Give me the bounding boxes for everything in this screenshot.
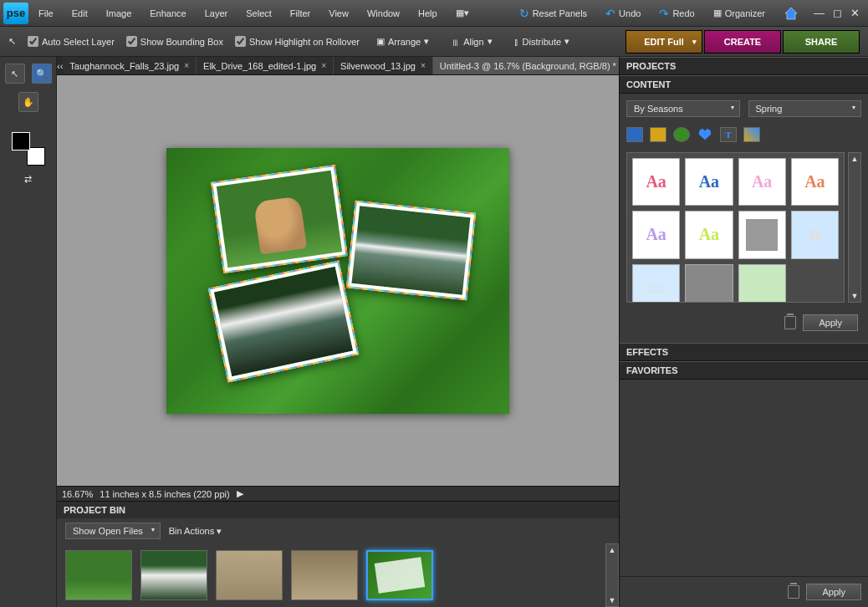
maximize-button[interactable]: ◻ bbox=[833, 7, 842, 19]
content-category-select[interactable]: By Seasons bbox=[626, 100, 740, 117]
frame-icon[interactable] bbox=[650, 127, 666, 142]
graphic-icon[interactable] bbox=[673, 127, 690, 142]
content-item[interactable] bbox=[738, 264, 786, 304]
bin-actions-dropdown[interactable]: Bin Actions ▾ bbox=[169, 526, 222, 537]
zoom-level[interactable]: 16.67% bbox=[62, 489, 93, 499]
content-subcategory-select[interactable]: Spring bbox=[748, 100, 862, 117]
close-icon[interactable]: × bbox=[421, 61, 426, 70]
menu-window[interactable]: Window bbox=[359, 3, 408, 23]
doc-tab-1[interactable]: Elk_Drive_168_edited-1.jpg× bbox=[197, 57, 334, 74]
projects-panel-tab[interactable]: PROJECTS bbox=[620, 57, 868, 75]
home-button[interactable] bbox=[779, 3, 804, 24]
menu-edit[interactable]: Edit bbox=[64, 3, 96, 23]
collage-photo-2[interactable] bbox=[346, 200, 476, 300]
content-grid: Aa Aa Aa Aa Aa Aa ✿ ▭ bbox=[626, 152, 845, 303]
close-icon[interactable]: × bbox=[321, 61, 326, 70]
menu-file[interactable]: File bbox=[30, 3, 62, 23]
collage-photo-3[interactable] bbox=[208, 260, 359, 382]
align-dropdown[interactable]: ⫼Align ▾ bbox=[446, 33, 497, 49]
effects-panel-tab[interactable]: EFFECTS bbox=[620, 343, 868, 361]
undo-icon: ↶ bbox=[605, 7, 615, 20]
content-item[interactable]: Aa bbox=[685, 158, 733, 206]
content-panel-body: By Seasons Spring T Aa Aa Aa Aa Aa Aa bbox=[620, 94, 868, 343]
project-bin-header[interactable]: PROJECT BIN bbox=[57, 502, 619, 518]
status-bar: 16.67% 11 inches x 8.5 inches (220 ppi) … bbox=[57, 486, 619, 501]
close-button[interactable]: ✕ bbox=[850, 7, 860, 19]
menu-help[interactable]: Help bbox=[410, 3, 446, 23]
move-tool[interactable]: ↖ bbox=[5, 64, 25, 84]
toolbox: ↖ 🔍 ✋ ⇄ bbox=[0, 57, 57, 607]
mode-tabs: EDIT Full CREATE SHARE bbox=[625, 30, 860, 54]
doc-tab-0[interactable]: Taughannock_Falls_23.jpg× bbox=[63, 57, 197, 74]
bin-thumb-3[interactable] bbox=[291, 550, 358, 600]
content-scrollbar[interactable]: ▲▼ bbox=[848, 152, 861, 303]
canvas-viewport[interactable] bbox=[57, 75, 619, 486]
grid-icon: ▦ bbox=[713, 8, 722, 18]
menu-select[interactable]: Select bbox=[237, 3, 280, 23]
menu-filter[interactable]: Filter bbox=[282, 3, 319, 23]
hand-tool[interactable]: ✋ bbox=[18, 92, 38, 112]
zoom-tool[interactable]: 🔍 bbox=[32, 64, 52, 84]
menu-layer[interactable]: Layer bbox=[197, 3, 237, 23]
theme-icon[interactable] bbox=[743, 127, 760, 142]
bin-thumbnails bbox=[57, 543, 605, 607]
status-arrow-icon[interactable]: ▶ bbox=[237, 488, 243, 499]
collage-photo-1[interactable] bbox=[211, 165, 348, 273]
doc-tab-2[interactable]: Silverwood_13.jpg× bbox=[334, 57, 433, 74]
content-apply-button[interactable]: Apply bbox=[803, 314, 858, 331]
canvas[interactable] bbox=[166, 148, 509, 414]
bin-thumb-4[interactable] bbox=[366, 550, 433, 600]
reset-panels-button[interactable]: ↻Reset Panels bbox=[514, 3, 592, 23]
rollover-checkbox[interactable]: Show Highlight on Rollover bbox=[235, 36, 360, 47]
undo-button[interactable]: ↶Undo bbox=[600, 3, 646, 23]
bin-thumb-1[interactable] bbox=[140, 550, 207, 600]
mode-edit[interactable]: EDIT Full bbox=[625, 30, 702, 54]
layout-dropdown[interactable]: ▦▾ bbox=[451, 4, 474, 22]
background-icon[interactable] bbox=[626, 127, 643, 142]
menu-view[interactable]: View bbox=[320, 3, 357, 23]
content-item[interactable]: ✿ bbox=[791, 211, 839, 258]
bin-filter-dropdown[interactable]: Show Open Files bbox=[65, 523, 161, 539]
arrange-dropdown[interactable]: ▣Arrange ▾ bbox=[371, 33, 434, 49]
bounding-box-checkbox[interactable]: Show Bounding Box bbox=[126, 36, 223, 47]
content-item[interactable]: Aa bbox=[632, 158, 680, 206]
content-item[interactable] bbox=[738, 211, 786, 258]
shape-icon[interactable] bbox=[697, 127, 713, 142]
close-icon[interactable]: × bbox=[184, 61, 189, 70]
content-item[interactable]: Aa bbox=[791, 158, 839, 206]
side-panels: PROJECTS CONTENT By Seasons Spring T Aa … bbox=[619, 57, 868, 607]
menu-image[interactable]: Image bbox=[98, 3, 140, 23]
redo-icon: ↷ bbox=[659, 7, 669, 20]
distribute-icon: ⫿ bbox=[514, 37, 519, 47]
favorites-panel-tab[interactable]: FAVORITES bbox=[620, 361, 868, 380]
content-item[interactable]: Aa bbox=[685, 211, 733, 258]
content-item[interactable]: Aa bbox=[632, 211, 680, 258]
move-tool-icon: ↖ bbox=[8, 36, 16, 47]
swap-colors-icon[interactable]: ⇄ bbox=[22, 174, 35, 184]
content-item[interactable]: ▭ bbox=[632, 264, 680, 304]
favorites-apply-button[interactable]: Apply bbox=[806, 584, 861, 600]
menu-enhance[interactable]: Enhance bbox=[141, 3, 194, 23]
content-item[interactable]: Aa bbox=[738, 158, 786, 206]
bin-thumb-2[interactable] bbox=[216, 550, 283, 600]
redo-button[interactable]: ↷Redo bbox=[654, 3, 699, 23]
trash-icon[interactable] bbox=[784, 316, 796, 329]
organizer-button[interactable]: ▦Organizer bbox=[708, 4, 770, 22]
content-panel-tab[interactable]: CONTENT bbox=[620, 75, 868, 94]
tab-scroll-left[interactable]: ‹‹ bbox=[57, 57, 63, 74]
auto-select-checkbox[interactable]: Auto Select Layer bbox=[28, 36, 115, 47]
main-area: ↖ 🔍 ✋ ⇄ ‹‹ Taughannock_Falls_23.jpg× Elk… bbox=[0, 57, 868, 607]
mode-create[interactable]: CREATE bbox=[704, 30, 781, 54]
minimize-button[interactable]: — bbox=[814, 7, 825, 19]
bin-thumb-0[interactable] bbox=[65, 550, 132, 600]
distribute-dropdown[interactable]: ⫿Distribute ▾ bbox=[509, 33, 574, 49]
foreground-color[interactable] bbox=[12, 132, 30, 150]
doc-tab-3[interactable]: Untitled-3 @ 16.7% (Background, RGB/8) *… bbox=[433, 57, 619, 74]
mode-share[interactable]: SHARE bbox=[783, 30, 860, 54]
app-logo[interactable]: pse bbox=[3, 3, 28, 24]
bin-scrollbar[interactable]: ▲▼ bbox=[605, 543, 619, 607]
trash-icon[interactable] bbox=[788, 585, 799, 599]
content-item[interactable] bbox=[685, 264, 733, 304]
color-swatches[interactable] bbox=[12, 132, 45, 166]
text-icon[interactable]: T bbox=[720, 127, 737, 142]
